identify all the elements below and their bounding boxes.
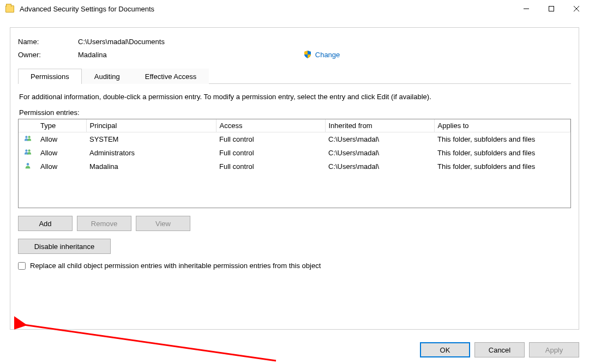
view-button[interactable]: View [136, 216, 190, 231]
table-row[interactable]: AllowMadalinaFull controlC:\Users\madal\… [19, 160, 570, 173]
col-type[interactable]: Type [37, 119, 86, 132]
disable-inheritance-button[interactable]: Disable inheritance [18, 239, 111, 254]
svg-rect-1 [549, 7, 554, 11]
window-controls [514, 0, 589, 17]
change-owner-link[interactable]: Change [315, 51, 340, 59]
table-row[interactable]: AllowAdministratorsFull controlC:\Users\… [19, 146, 570, 160]
disable-inheritance-row: Disable inheritance [18, 239, 571, 254]
principal-icon [19, 132, 37, 147]
col-applies[interactable]: Applies to [434, 119, 570, 132]
cell-inherited: C:\Users\madal\ [325, 146, 434, 160]
dialog-footer: OK Cancel Apply [420, 342, 579, 357]
svg-point-8 [27, 163, 29, 166]
cell-access: Full control [216, 146, 325, 160]
table-row[interactable]: AllowSYSTEMFull controlC:\Users\madal\Th… [19, 132, 570, 147]
permission-entries-label: Permission entries: [19, 108, 570, 117]
cell-applies: This folder, subfolders and files [434, 146, 570, 160]
cell-type: Allow [37, 132, 86, 147]
folder-icon [5, 5, 14, 13]
col-principal[interactable]: Principal [86, 119, 216, 132]
principal-icon [19, 160, 37, 173]
window-title: Advanced Security Settings for Documents [20, 5, 154, 13]
cell-applies: This folder, subfolders and files [434, 160, 570, 173]
name-label: Name: [18, 38, 78, 46]
col-inherited[interactable]: Inherited from [325, 119, 434, 132]
replace-child-entries-checkbox[interactable] [18, 262, 26, 270]
cell-type: Allow [37, 160, 86, 173]
svg-point-6 [25, 149, 27, 151]
replace-checkbox-row: Replace all child object permission entr… [18, 262, 571, 270]
svg-point-5 [28, 136, 31, 138]
tab-effective-access[interactable]: Effective Access [133, 69, 209, 84]
cell-inherited: C:\Users\madal\ [325, 132, 434, 147]
cancel-button[interactable]: Cancel [474, 342, 525, 357]
svg-line-9 [24, 325, 276, 361]
cell-type: Allow [37, 146, 86, 160]
name-value: C:\Users\madal\Documents [78, 38, 165, 46]
replace-child-entries-label: Replace all child object permission entr… [30, 262, 321, 270]
tab-permissions[interactable]: Permissions [18, 69, 82, 84]
svg-point-4 [25, 136, 27, 138]
cell-inherited: C:\Users\madal\ [325, 160, 434, 173]
apply-button[interactable]: Apply [529, 342, 579, 357]
instructions-text: For additional information, double-click… [19, 93, 570, 101]
cell-access: Full control [216, 160, 325, 173]
svg-point-7 [28, 149, 31, 151]
maximize-button[interactable] [539, 0, 564, 17]
cell-principal: Administrators [86, 146, 216, 160]
principal-icon [19, 146, 37, 160]
name-row: Name: C:\Users\madal\Documents [18, 35, 571, 48]
col-access[interactable]: Access [216, 119, 325, 132]
owner-value: Madalina [78, 51, 107, 59]
add-button[interactable]: Add [18, 216, 73, 231]
close-button[interactable] [564, 0, 589, 17]
entry-buttons-row: Add Remove View [18, 216, 571, 231]
cell-applies: This folder, subfolders and files [434, 132, 570, 147]
cell-principal: SYSTEM [86, 132, 216, 147]
titlebar: Advanced Security Settings for Documents [0, 0, 589, 17]
cell-principal: Madalina [86, 160, 216, 173]
owner-row: Owner: Madalina Change [18, 48, 571, 61]
shield-icon [303, 50, 312, 59]
main-panel: Name: C:\Users\madal\Documents Owner: Ma… [10, 27, 579, 330]
tab-auditing[interactable]: Auditing [82, 69, 133, 84]
tab-strip: Permissions Auditing Effective Access [18, 69, 571, 84]
cell-access: Full control [216, 132, 325, 147]
minimize-button[interactable] [514, 0, 539, 17]
ok-button[interactable]: OK [420, 342, 470, 357]
remove-button[interactable]: Remove [77, 216, 131, 231]
table-header-row: Type Principal Access Inherited from App… [19, 119, 570, 132]
permission-entries-table[interactable]: Type Principal Access Inherited from App… [18, 119, 571, 208]
owner-label: Owner: [18, 51, 78, 59]
col-icon[interactable] [19, 119, 37, 132]
